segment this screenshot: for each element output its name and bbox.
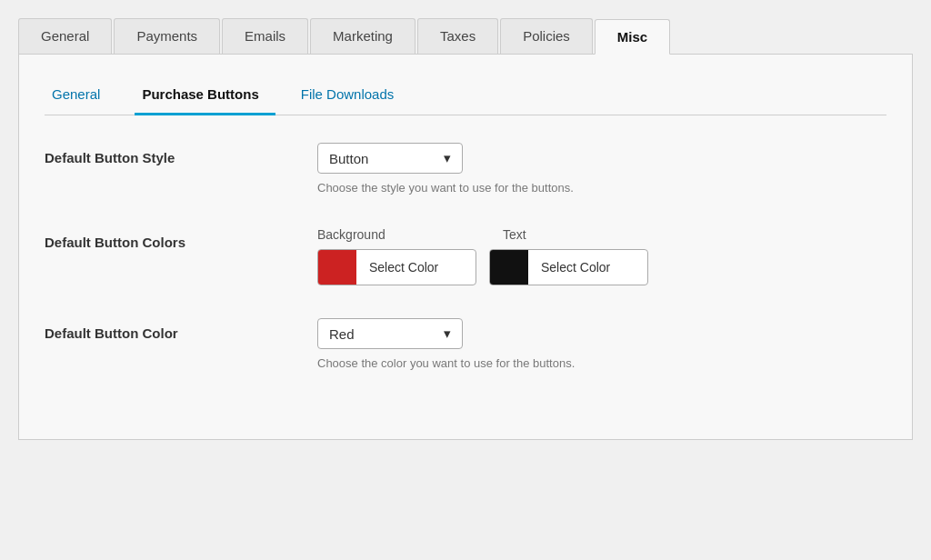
top-tab-marketing[interactable]: Marketing [310, 18, 415, 54]
default-button-style-label: Default Button Style [45, 143, 317, 165]
default-button-color-control: Red ▾ Choose the color you want to use f… [317, 318, 886, 370]
text-color-swatch [490, 250, 528, 285]
sub-tab-bar: General Purchase Buttons File Downloads [45, 76, 886, 115]
sub-tab-file-downloads[interactable]: File Downloads [294, 77, 411, 115]
background-color-button[interactable]: Select Color [317, 249, 476, 285]
text-label: Text [503, 227, 676, 242]
top-tab-taxes[interactable]: Taxes [417, 18, 498, 54]
default-button-style-row: Default Button Style Button ▾ Choose the… [45, 143, 886, 195]
default-button-color-row: Default Button Color Red ▾ Choose the co… [45, 318, 886, 370]
button-style-help-text: Choose the style you want to use for the… [317, 181, 886, 195]
top-tab-bar: General Payments Emails Marketing Taxes … [18, 18, 913, 55]
color-labels: Background Text [317, 227, 886, 242]
content-area: General Purchase Buttons File Downloads … [18, 55, 913, 440]
default-button-colors-control: Background Text Select Color Select Colo… [317, 227, 886, 285]
chevron-down-icon: ▾ [444, 325, 451, 342]
top-tab-misc[interactable]: Misc [595, 19, 670, 55]
background-select-color-label: Select Color [356, 260, 451, 275]
button-color-select[interactable]: Red ▾ [317, 318, 463, 349]
default-button-colors-label: Default Button Colors [45, 227, 317, 250]
background-color-swatch [318, 250, 356, 285]
sub-tab-purchase-buttons[interactable]: Purchase Buttons [135, 77, 275, 115]
top-tab-general[interactable]: General [18, 18, 112, 54]
color-buttons: Select Color Select Color [317, 249, 886, 285]
top-tab-emails[interactable]: Emails [222, 18, 308, 54]
default-button-color-label: Default Button Color [45, 318, 317, 341]
background-label: Background [317, 227, 490, 242]
top-tab-payments[interactable]: Payments [114, 18, 220, 54]
default-button-style-control: Button ▾ Choose the style you want to us… [317, 143, 886, 195]
chevron-down-icon: ▾ [444, 150, 451, 166]
text-color-button[interactable]: Select Color [489, 249, 648, 285]
button-style-select[interactable]: Button ▾ [317, 143, 463, 174]
top-tab-policies[interactable]: Policies [500, 18, 593, 54]
text-select-color-label: Select Color [528, 260, 623, 275]
default-button-colors-row: Default Button Colors Background Text Se… [45, 227, 886, 285]
sub-tab-general[interactable]: General [45, 77, 116, 115]
button-color-help-text: Choose the color you want to use for the… [317, 356, 886, 370]
